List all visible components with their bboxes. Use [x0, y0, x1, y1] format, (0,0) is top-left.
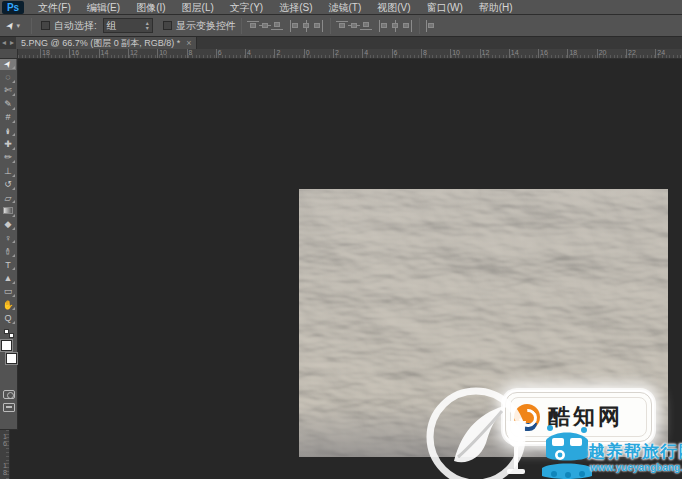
auto-select-target-select[interactable]: 组 ▴▾ — [103, 18, 153, 33]
separator — [419, 18, 420, 34]
ruler-tick-label: 18 — [42, 49, 50, 56]
hand-tool-icon[interactable]: ✋ — [0, 298, 16, 311]
ruler-tick-label: 4 — [247, 49, 251, 56]
select-arrows-icon: ▴▾ — [146, 21, 149, 31]
healing-brush-tool-icon[interactable]: ✚ — [0, 137, 16, 150]
type-tool-icon[interactable]: T — [0, 258, 16, 271]
gradient-tool-icon[interactable] — [0, 204, 16, 217]
menu-item-9[interactable]: 帮助(H) — [471, 0, 521, 15]
ruler-tick — [333, 49, 334, 58]
ruler-tick — [187, 49, 188, 58]
ruler-tick-label: 24 — [657, 49, 665, 56]
document-tab-title: 5.PNG @ 66.7% (图层 0 副本, RGB/8) * — [21, 37, 180, 50]
separator — [241, 18, 242, 34]
quick-selection-tool-icon[interactable]: ✎ — [0, 97, 16, 110]
foreground-color-swatch[interactable] — [1, 340, 12, 351]
document-tab-bar: ◂ ▸ 5.PNG @ 66.7% (图层 0 副本, RGB/8) * × — [0, 37, 682, 49]
distribute-left-edges-icon[interactable] — [378, 20, 390, 32]
horizontal-ruler[interactable]: 18161412108642024681012141618202224 — [18, 49, 682, 59]
tab-scroll-right-icon[interactable]: ▸ — [8, 37, 16, 49]
pen-tool-icon[interactable]: ✑ — [0, 244, 16, 257]
ruler-tick-label: 14 — [511, 49, 519, 56]
yueyangbang-watermark: 越养帮旅行网 www.yueyangbang.com — [540, 422, 682, 479]
show-transform-controls-checkbox[interactable] — [163, 21, 172, 30]
ruler-tick — [509, 49, 510, 58]
tab-close-icon[interactable]: × — [186, 38, 191, 48]
auto-select-label: 自动选择: — [54, 19, 97, 33]
menu-item-8[interactable]: 窗口(W) — [419, 0, 471, 15]
blur-tool-icon[interactable]: ◆ — [0, 218, 16, 231]
distribute-horizontal-centers-icon[interactable] — [390, 20, 402, 32]
distribute-bottom-edges-icon[interactable] — [360, 20, 372, 32]
menu-item-0[interactable]: 文件(F) — [30, 0, 79, 15]
auto-select-target-value: 组 — [107, 19, 117, 33]
rectangle-tool-icon[interactable]: ▭ — [0, 285, 16, 298]
history-brush-tool-icon[interactable]: ↺ — [0, 178, 16, 191]
show-transform-controls-label: 显示变换控件 — [176, 19, 236, 33]
tools-panel: ➤◌✄✎#✒✚✏⊥↺▱◆♀✑T▲▭✋Q — [0, 56, 18, 430]
clone-stamp-tool-icon[interactable]: ⊥ — [0, 164, 16, 177]
ruler-tick — [128, 49, 129, 58]
pasteboard[interactable]: 酷知网 越养帮旅行网 www.yueyangbang.com — [0, 59, 682, 479]
ruler-tick — [480, 49, 481, 58]
eraser-tool-icon[interactable]: ▱ — [0, 191, 16, 204]
align-bottom-edges-icon[interactable] — [271, 20, 283, 32]
blue-bus-logo-icon — [540, 422, 594, 479]
screen-mode-button[interactable] — [3, 403, 15, 412]
eyedropper-tool-icon[interactable]: ✒ — [0, 124, 16, 137]
separator — [330, 18, 331, 34]
ruler-tick — [245, 49, 246, 58]
ruler-tick-label: 6 — [218, 49, 222, 56]
tab-scroll-left-icon[interactable]: ◂ — [0, 37, 8, 49]
auto-align-layers-icon[interactable] — [425, 20, 437, 32]
menu-item-5[interactable]: 选择(S) — [271, 0, 320, 15]
ruler-tick-label: 8 — [423, 49, 427, 56]
default-colors-icon[interactable] — [4, 329, 14, 338]
auto-select-checkbox[interactable] — [41, 21, 50, 30]
ruler-tick — [538, 49, 539, 58]
path-selection-tool-icon[interactable]: ▲ — [0, 271, 16, 284]
align-top-edges-icon[interactable] — [247, 20, 259, 32]
vertical-ruler[interactable]: 1618 — [0, 430, 10, 479]
zoom-tool-icon[interactable]: Q — [0, 311, 16, 324]
yueyangbang-url: www.yueyangbang.com — [590, 462, 682, 473]
marquee-tool-icon[interactable]: ◌ — [0, 70, 16, 83]
align-vertical-centers-icon[interactable] — [259, 20, 271, 32]
dodge-tool-icon[interactable]: ♀ — [0, 231, 16, 244]
ruler-tick-label: 2 — [335, 49, 339, 56]
align-left-edges-icon[interactable] — [289, 20, 301, 32]
ruler-tick-label: 0 — [306, 49, 310, 56]
ruler-tick-label: 18 — [569, 49, 577, 56]
align-horizontal-centers-icon[interactable] — [301, 20, 313, 32]
menu-item-1[interactable]: 编辑(E) — [79, 0, 128, 15]
menu-item-2[interactable]: 图像(I) — [128, 0, 173, 15]
options-bar: ➤ ▾ 自动选择: 组 ▴▾ 显示变换控件 — [0, 15, 682, 37]
align-right-edges-icon[interactable] — [313, 20, 325, 32]
menu-item-7[interactable]: 视图(V) — [369, 0, 418, 15]
ruler-tick-label: 20 — [599, 49, 607, 56]
ruler-origin-box[interactable] — [0, 49, 18, 59]
ruler-tick — [392, 49, 393, 58]
separator — [31, 18, 32, 34]
distribute-top-edges-icon[interactable] — [336, 20, 348, 32]
document-tab[interactable]: 5.PNG @ 66.7% (图层 0 副本, RGB/8) * × — [16, 37, 197, 49]
distribute-right-edges-icon[interactable] — [402, 20, 414, 32]
ruler-tick-label: 6 — [394, 49, 398, 56]
yueyangbang-site-name: 越养帮旅行网 — [588, 440, 682, 463]
menu-item-4[interactable]: 文字(Y) — [222, 0, 271, 15]
crop-tool-icon[interactable]: # — [0, 111, 16, 124]
menu-item-6[interactable]: 滤镜(T) — [321, 0, 370, 15]
ruler-tick — [567, 49, 568, 58]
quick-mask-mode-button[interactable] — [3, 390, 15, 399]
ruler-tick — [597, 49, 598, 58]
ruler-tick — [304, 49, 305, 58]
background-color-swatch[interactable] — [6, 353, 17, 364]
distribute-vertical-centers-icon[interactable] — [348, 20, 360, 32]
move-tool-icon[interactable]: ➤ — [0, 57, 16, 70]
brush-tool-icon[interactable]: ✏ — [0, 151, 16, 164]
ruler-tick-label: 2 — [276, 49, 280, 56]
lasso-tool-icon[interactable]: ✄ — [0, 84, 16, 97]
ruler-tick — [216, 49, 217, 58]
ruler-tick-label: 12 — [130, 49, 138, 56]
menu-item-3[interactable]: 图层(L) — [174, 0, 222, 15]
